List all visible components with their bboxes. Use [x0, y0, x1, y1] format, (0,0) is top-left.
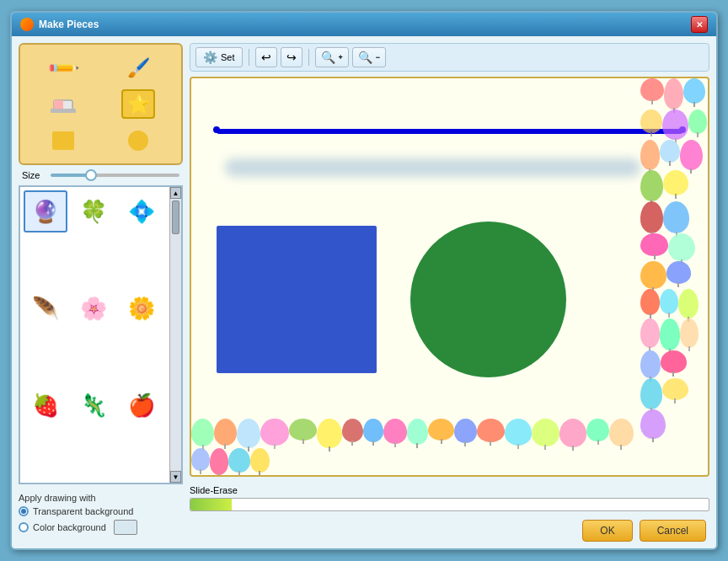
- balloon-right-3: [640, 110, 662, 133]
- balloon-bottom-18: [191, 448, 210, 471]
- redo-button[interactable]: ↪: [281, 47, 302, 67]
- toolbar: ⚙️ Set ↩ ↪ 🔍+ 🔍−: [190, 43, 709, 72]
- dialog-title: Make Pieces: [39, 19, 99, 30]
- sprite-item-2[interactable]: 💠: [120, 190, 163, 232]
- transparent-radio-row: Transparent background: [19, 506, 183, 516]
- color-swatch[interactable]: [114, 520, 137, 535]
- color-radio-row: Color background: [19, 520, 183, 535]
- balloon-right-26: [662, 378, 689, 401]
- cancel-button[interactable]: Cancel: [640, 520, 706, 542]
- sprite-item-7[interactable]: 🦎: [72, 384, 115, 426]
- balloon-right-10: [663, 170, 688, 195]
- sprite-item-0[interactable]: 🔮: [24, 190, 67, 232]
- apply-label: Apply drawing with: [19, 493, 183, 503]
- balloon-right-11: [640, 201, 663, 233]
- sprite-item-4[interactable]: 🌸: [72, 287, 115, 329]
- balloon-right-9: [640, 170, 663, 201]
- sprite-item-6[interactable]: 🍓: [24, 384, 67, 426]
- transparent-label: Transparent background: [33, 506, 133, 516]
- balloon-bottom-3: [260, 419, 288, 446]
- blur-brush-stroke: [225, 158, 640, 177]
- toolbar-separator-1: [249, 49, 249, 66]
- balloon-bottom-2: [237, 419, 261, 448]
- sprites-grid: 🔮 🍀 💠 🪶 🌸 🌼 🍓 🦎 🍎: [20, 187, 169, 483]
- slide-erase-bar: [190, 498, 709, 511]
- close-button[interactable]: ✕: [691, 16, 708, 33]
- balloon-bottom-5: [317, 419, 342, 449]
- balloon-bottom-17: [609, 419, 634, 446]
- scroll-down-button[interactable]: ▼: [170, 471, 181, 483]
- redo-icon: ↪: [286, 51, 297, 64]
- balloon-bottom-6: [342, 419, 363, 442]
- slide-erase-label: Slide-Erase: [190, 485, 709, 495]
- zoom-out-button[interactable]: 🔍−: [352, 47, 386, 67]
- balloon-right-15: [640, 261, 666, 289]
- balloon-right-22: [680, 318, 699, 347]
- slide-erase-fill: [190, 499, 232, 510]
- zoom-in-icon: 🔍: [321, 51, 335, 64]
- scroll-up-button[interactable]: ▲: [170, 187, 181, 199]
- balloon-bottom-20: [228, 448, 250, 473]
- magic-wand-tool[interactable]: ⭐: [121, 89, 155, 119]
- balloon-bottom-14: [532, 419, 559, 447]
- green-circle: [410, 222, 566, 377]
- balloon-bottom-1: [214, 419, 237, 446]
- ok-button[interactable]: OK: [582, 520, 632, 542]
- scroll-thumb[interactable]: [172, 200, 179, 234]
- balloon-right-14: [668, 233, 695, 261]
- drawn-line: [217, 129, 682, 134]
- balloon-right-25: [640, 378, 662, 410]
- tools-box: ✏️ 🖌️ ⭐: [19, 43, 183, 165]
- sprite-item-8[interactable]: 🍎: [120, 384, 163, 426]
- balloon-right-2: [683, 78, 705, 104]
- line-dot-left: [213, 126, 220, 133]
- svg-rect-2: [51, 109, 76, 113]
- transparent-radio[interactable]: [19, 506, 29, 516]
- rectangle-tool[interactable]: [46, 126, 80, 155]
- sprite-item-3[interactable]: 🪶: [24, 287, 67, 329]
- balloon-bottom-4: [289, 419, 317, 441]
- balloon-right-5: [688, 110, 707, 134]
- scroll-track: [170, 199, 181, 471]
- color-radio[interactable]: [19, 522, 29, 532]
- dialog-icon: [20, 18, 34, 31]
- size-slider[interactable]: [51, 174, 179, 177]
- balloon-right-21: [660, 318, 681, 350]
- balloon-right-27: [640, 409, 666, 439]
- eraser-tool[interactable]: [46, 89, 80, 119]
- size-row: Size: [19, 170, 183, 180]
- left-panel: ✏️ 🖌️ ⭐: [19, 43, 183, 542]
- balloon-right-20: [640, 318, 660, 347]
- footer-buttons: OK Cancel: [190, 520, 709, 542]
- balloon-right-6: [640, 140, 660, 169]
- canvas-area[interactable]: [190, 77, 709, 477]
- balloon-right-19: [678, 289, 699, 319]
- main-area: ⚙️ Set ↩ ↪ 🔍+ 🔍−: [190, 43, 709, 542]
- sprites-box: 🔮 🍀 💠 🪶 🌸 🌼 🍓 🦎 🍎 ▲: [19, 185, 183, 484]
- sprite-item-1[interactable]: 🍀: [72, 190, 115, 232]
- balloon-bottom-13: [505, 419, 533, 446]
- balloon-right-16: [666, 261, 692, 284]
- sprite-item-5[interactable]: 🌼: [120, 287, 163, 329]
- blue-rectangle: [217, 226, 377, 373]
- canvas-inner: [191, 78, 708, 475]
- balloon-bottom-21: [250, 448, 270, 473]
- color-label: Color background: [33, 522, 106, 532]
- pencil-tool[interactable]: ✏️: [46, 53, 80, 83]
- brush-tool[interactable]: 🖌️: [121, 53, 155, 83]
- balloon-right-8: [680, 140, 703, 170]
- balloon-right-13: [640, 233, 668, 256]
- balloon-bottom-11: [454, 419, 476, 444]
- balloon-bottom-16: [586, 419, 609, 442]
- title-bar: Make Pieces ✕: [12, 13, 716, 36]
- balloon-right-7: [660, 140, 680, 163]
- set-button[interactable]: ⚙️ Set: [195, 47, 243, 67]
- balloon-bottom-15: [559, 419, 587, 447]
- balloon-right-18: [660, 289, 678, 314]
- circle-tool[interactable]: [121, 126, 155, 155]
- zoom-in-button[interactable]: 🔍+: [315, 47, 349, 67]
- balloon-right-17: [640, 289, 660, 315]
- undo-button[interactable]: ↩: [255, 47, 277, 67]
- eraser-icon: [51, 94, 76, 115]
- balloon-bottom-10: [428, 419, 454, 441]
